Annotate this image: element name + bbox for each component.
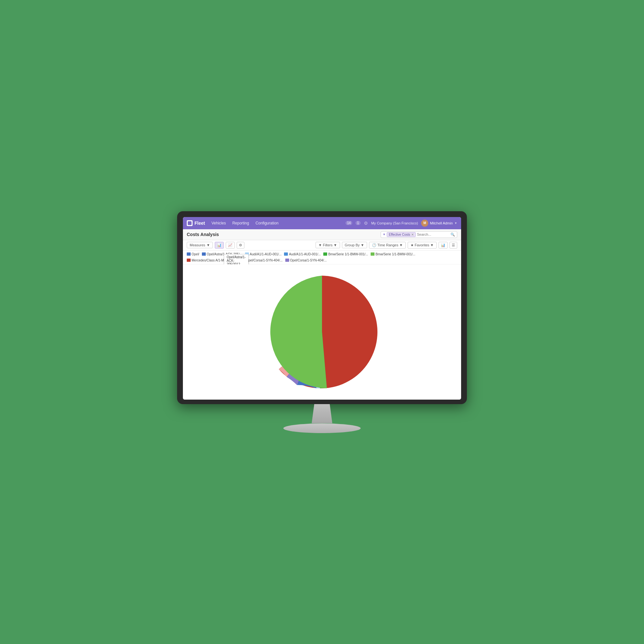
settings-icon[interactable]: ⚙ — [364, 221, 368, 226]
app-name: Fleet — [194, 221, 205, 226]
legend-item-0: Opel/ — [187, 252, 199, 256]
measures-dropdown-icon: ▼ — [206, 243, 210, 247]
user-dropdown-icon[interactable]: ▼ — [454, 222, 457, 225]
legend-color-5 — [371, 252, 374, 256]
control-bar: Measures ▼ 📊 📈 ⚙ ▼ Filters ▼ Group By — [183, 240, 461, 251]
filters-button[interactable]: ▼ Filters ▼ — [316, 242, 340, 248]
legend-color-3 — [284, 252, 288, 256]
time-ranges-dropdown-icon: ▼ — [399, 243, 403, 247]
chart-view-button[interactable]: 📊 — [439, 242, 448, 249]
pie-chart-container — [261, 271, 383, 393]
nav-right: 14 1 ⚙ My Company (San Francisco) M Mitc… — [346, 220, 457, 227]
monitor-wrapper: Fleet Vehicles Reporting Configuration 1… — [177, 211, 467, 433]
view-pie-chart-button[interactable]: ⚙ — [237, 242, 244, 249]
toolbar: Costs Analysis ▼ Effective Costs ✕ 🔍 — [183, 229, 461, 240]
legend-color-0 — [187, 252, 191, 256]
control-left: Measures ▼ 📊 📈 ⚙ — [187, 242, 244, 249]
app-logo-icon-inner — [188, 221, 192, 225]
filter-tag-close-icon[interactable]: ✕ — [411, 233, 414, 236]
clock-icon: 🕐 — [372, 243, 376, 247]
legend-bar: Opel/ Opel/Astra/1-ACK-205/2012 Opel/Ast… — [183, 251, 461, 264]
nav-items: Vehicles Reporting Configuration — [210, 220, 340, 226]
group-by-dropdown-icon: ▼ — [361, 243, 364, 247]
pie-segment-lightgreen — [270, 276, 327, 388]
filter-tag-label: Effective Costs — [389, 233, 410, 236]
legend-wrapper: Opel/ Opel/Astra/1-ACK-205/2012 — [187, 252, 199, 256]
legend-label-4: Bmw/Serie 1/1-BMW-001/... — [328, 252, 368, 256]
legend-label-2: Audi/A1/1-AUD-001/... — [250, 252, 282, 256]
legend-item-4: Bmw/Serie 1/1-BMW-001/... — [323, 252, 368, 256]
favorites-label: Favorites — [415, 243, 429, 247]
filters-label: Filters — [323, 243, 333, 247]
legend-label-0: Opel/ — [192, 252, 199, 256]
nav-configuration[interactable]: Configuration — [254, 220, 279, 226]
search-icon[interactable]: 🔍 — [450, 232, 455, 237]
nav-user[interactable]: M Mitchell Admin ▼ — [421, 220, 457, 227]
measures-button[interactable]: Measures ▼ — [187, 242, 213, 248]
filters-dropdown-icon: ▼ — [334, 243, 337, 247]
view-line-chart-button[interactable]: 📈 — [226, 242, 235, 249]
chart-area — [183, 264, 461, 400]
nav-reporting[interactable]: Reporting — [231, 220, 250, 226]
monitor-stand-base — [283, 423, 361, 433]
legend-label-8: Opel/Corsa/1-SYN-404/... — [290, 259, 327, 262]
legend-label-3: Audi/A1/1-AUD-001/... — [289, 252, 321, 256]
legend-label-5: Bmw/Serie 1/1-BMW-001/... — [375, 252, 415, 256]
filter-funnel-icon: ▼ — [383, 233, 386, 236]
control-right: ▼ Filters ▼ Group By ▼ 🕐 Time Ranges ▼ — [316, 242, 457, 249]
toolbar-left: Costs Analysis — [187, 232, 219, 237]
monitor-outer: Fleet Vehicles Reporting Configuration 1… — [177, 211, 467, 404]
legend-item-8: Opel/Corsa/1-SYN-404/... — [285, 259, 327, 262]
legend-item-2: Audi/A1/1-AUD-001/... — [245, 252, 282, 256]
avatar: M — [421, 220, 428, 227]
nav-logo: Fleet — [187, 220, 205, 226]
nav-badge-messages[interactable]: 1 — [355, 221, 361, 225]
view-bar-chart-button[interactable]: 📊 — [215, 242, 224, 249]
nav-vehicles[interactable]: Vehicles — [210, 220, 227, 226]
pie-chart-svg — [261, 271, 383, 393]
search-input[interactable] — [417, 232, 449, 236]
time-ranges-button[interactable]: 🕐 Time Ranges ▼ — [369, 242, 406, 249]
star-icon: ★ — [411, 243, 414, 247]
app-logo-icon — [187, 220, 193, 226]
favorites-button[interactable]: ★ Favorites ▼ — [408, 242, 437, 249]
legend-item-5: Bmw/Serie 1/1-BMW-001/... — [371, 252, 415, 256]
legend-color-4 — [323, 252, 327, 256]
legend-color-6 — [187, 259, 191, 262]
measures-label: Measures — [190, 243, 205, 247]
favorites-dropdown-icon: ▼ — [430, 243, 434, 247]
monitor-stand-neck — [309, 404, 335, 423]
group-by-button[interactable]: Group By ▼ — [342, 242, 367, 248]
nav-badge-updates[interactable]: 14 — [346, 221, 352, 225]
legend-item-3: Audi/A1/1-AUD-001/... — [284, 252, 321, 256]
page-title: Costs Analysis — [187, 232, 219, 237]
nav-company[interactable]: My Company (San Francisco) — [371, 221, 418, 225]
legend-color-1 — [202, 252, 206, 256]
filter-icon: ▼ — [318, 243, 322, 247]
user-name: Mitchell Admin — [430, 221, 453, 225]
legend-label-7: Opel/Corsa/1-SYN-404/... — [246, 259, 283, 262]
toolbar-right: ▼ Effective Costs ✕ 🔍 — [381, 231, 457, 238]
top-nav: Fleet Vehicles Reporting Configuration 1… — [183, 217, 461, 229]
legend-color-8 — [285, 259, 289, 262]
search-bar: ▼ Effective Costs ✕ 🔍 — [381, 231, 457, 238]
time-ranges-label: Time Ranges — [377, 243, 398, 247]
filter-tag-effective-costs[interactable]: Effective Costs ✕ — [387, 232, 416, 237]
monitor-screen: Fleet Vehicles Reporting Configuration 1… — [183, 217, 461, 400]
group-by-label: Group By — [345, 243, 360, 247]
list-view-button[interactable]: ☰ — [450, 242, 457, 249]
